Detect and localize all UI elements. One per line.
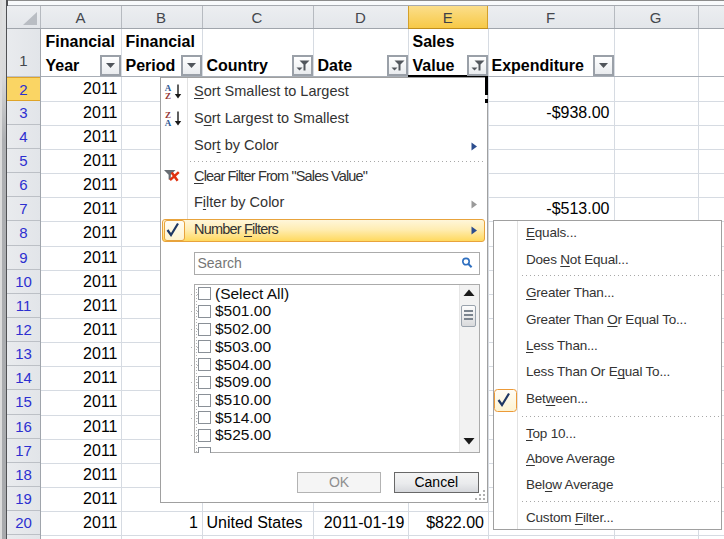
svg-text:A: A bbox=[165, 117, 172, 127]
svg-text:Z: Z bbox=[165, 90, 171, 100]
